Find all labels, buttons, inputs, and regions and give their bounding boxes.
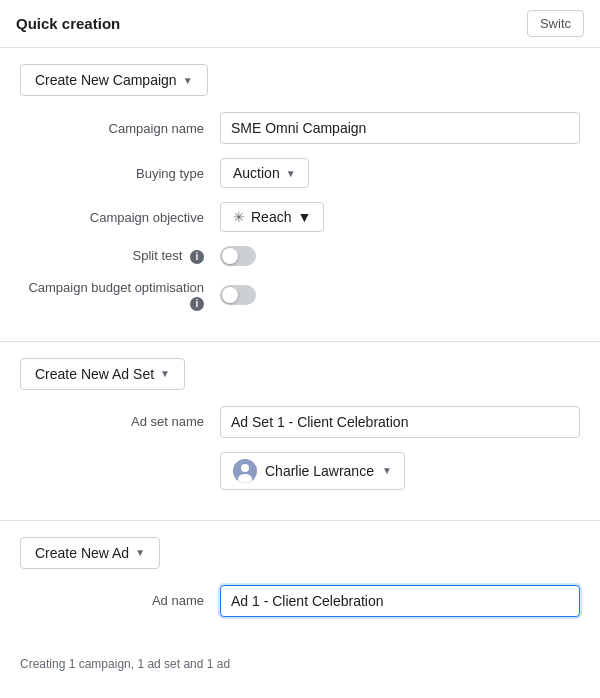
buying-type-dropdown[interactable]: Auction ▼ xyxy=(220,158,309,188)
campaign-budget-label: Campaign budget optimisation i xyxy=(20,280,220,311)
campaign-budget-toggle-track xyxy=(220,285,256,305)
person-dropdown[interactable]: Charlie Lawrance ▼ xyxy=(220,452,405,490)
budget-info-icon[interactable]: i xyxy=(190,297,204,311)
campaign-objective-dropdown[interactable]: ✳ Reach ▼ xyxy=(220,202,324,232)
create-new-ad-button[interactable]: Create New Ad ▼ xyxy=(20,537,160,569)
campaign-button-caret-icon: ▼ xyxy=(183,75,193,86)
person-caret-icon: ▼ xyxy=(382,465,392,476)
split-test-row: Split test i xyxy=(20,246,580,266)
campaign-budget-toggle-thumb xyxy=(222,287,238,303)
reach-snowflake-icon: ✳ xyxy=(233,209,245,225)
ad-name-label: Ad name xyxy=(20,593,220,608)
ad-button-caret-icon: ▼ xyxy=(135,547,145,558)
create-new-campaign-button[interactable]: Create New Campaign ▼ xyxy=(20,64,208,96)
svg-point-1 xyxy=(241,464,249,472)
campaign-budget-toggle[interactable] xyxy=(220,285,256,305)
campaign-section: Create New Campaign ▼ Campaign name Buyi… xyxy=(0,48,600,342)
campaign-name-label: Campaign name xyxy=(20,121,220,136)
campaign-objective-row: Campaign objective ✳ Reach ▼ xyxy=(20,202,580,232)
campaign-objective-label: Campaign objective xyxy=(20,210,220,225)
campaign-name-input[interactable] xyxy=(220,112,580,144)
ad-name-row: Ad name xyxy=(20,585,580,617)
split-test-info-icon[interactable]: i xyxy=(190,250,204,264)
campaign-name-row: Campaign name xyxy=(20,112,580,144)
buying-type-row: Buying type Auction ▼ xyxy=(20,158,580,188)
ad-section: Create New Ad ▼ Ad name xyxy=(0,521,600,647)
split-test-toggle[interactable] xyxy=(220,246,256,266)
avatar xyxy=(233,459,257,483)
adset-button-caret-icon: ▼ xyxy=(160,368,170,379)
objective-caret-icon: ▼ xyxy=(297,209,311,225)
status-bar: Creating 1 campaign, 1 ad set and 1 ad xyxy=(0,647,600,681)
buying-type-caret-icon: ▼ xyxy=(286,168,296,179)
campaign-form: Campaign name Buying type Auction ▼ Camp… xyxy=(20,112,580,311)
page-header: Quick creation Switc xyxy=(0,0,600,48)
split-test-toggle-thumb xyxy=(222,248,238,264)
adset-name-label: Ad set name xyxy=(20,414,220,429)
split-test-label: Split test i xyxy=(20,248,220,264)
adset-name-row: Ad set name xyxy=(20,406,580,438)
adset-form: Ad set name Charlie Lawrance ▼ xyxy=(20,406,580,490)
adset-section: Create New Ad Set ▼ Ad set name xyxy=(0,342,600,521)
ad-name-input[interactable] xyxy=(220,585,580,617)
split-test-toggle-track xyxy=(220,246,256,266)
campaign-budget-row: Campaign budget optimisation i xyxy=(20,280,580,311)
page-title: Quick creation xyxy=(16,15,120,32)
buying-type-label: Buying type xyxy=(20,166,220,181)
switch-button[interactable]: Switc xyxy=(527,10,584,37)
ad-form: Ad name xyxy=(20,585,580,617)
adset-person-row: Charlie Lawrance ▼ xyxy=(20,452,580,490)
status-text: Creating 1 campaign, 1 ad set and 1 ad xyxy=(20,657,230,671)
create-new-adset-button[interactable]: Create New Ad Set ▼ xyxy=(20,358,185,390)
adset-name-input[interactable] xyxy=(220,406,580,438)
